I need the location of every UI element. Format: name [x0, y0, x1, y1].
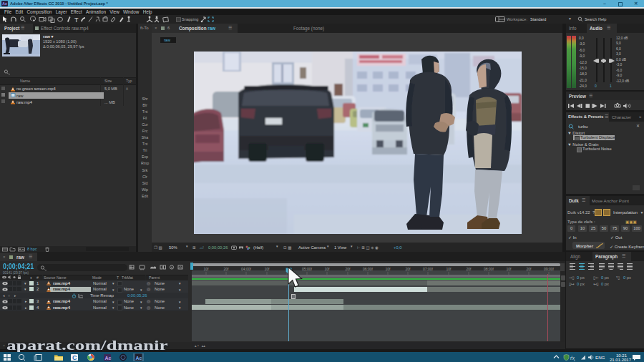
svg-text:21.01.2017: 21.01.2017 [610, 358, 632, 361]
svg-text:T: T [74, 16, 79, 24]
svg-text:ґҳ: ґҳ [570, 356, 575, 361]
svg-text:ENG: ENG [595, 355, 605, 360]
svg-text:Ae: Ae [105, 356, 112, 361]
svg-text:Ae: Ae [136, 356, 142, 361]
svg-text:C: C [72, 354, 77, 361]
